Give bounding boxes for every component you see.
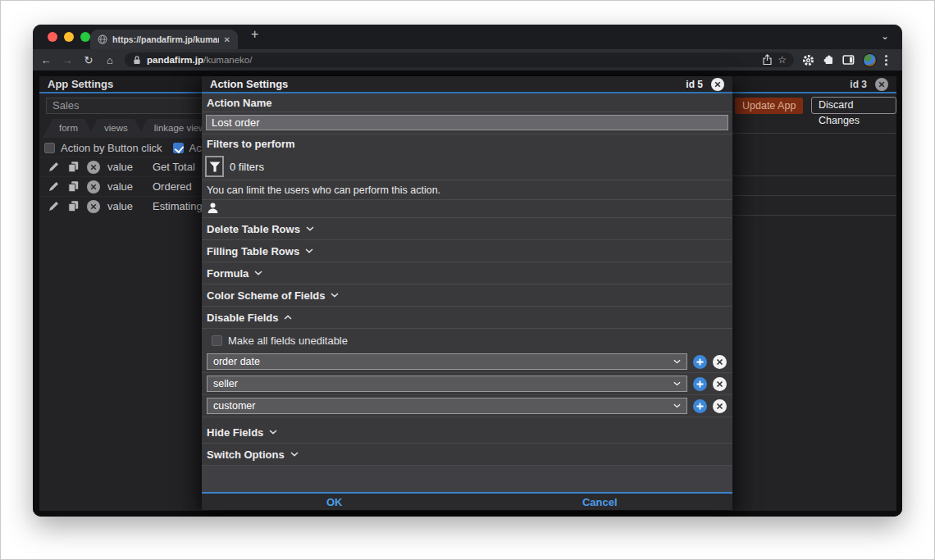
action-settings-close-icon[interactable]	[711, 78, 724, 91]
section-label: Switch Options	[207, 448, 285, 461]
row-name: Estimating	[153, 200, 203, 212]
cancel-button[interactable]: Cancel	[468, 494, 733, 510]
section-hide-fields[interactable]: Hide Fields	[202, 421, 732, 444]
field-select[interactable]: seller	[207, 376, 687, 392]
section-disable-fields[interactable]: Disable Fields	[202, 307, 732, 329]
browser-menu-icon[interactable]	[885, 55, 887, 66]
globe-favicon-icon	[98, 34, 107, 44]
section-delete-table-rows[interactable]: Delete Table Rows	[202, 218, 732, 240]
delete-x-icon[interactable]	[87, 180, 100, 193]
make-uneditable-row: Make all fields uneditable	[202, 329, 732, 351]
permission-note: You can limit the users who can perform …	[202, 180, 732, 200]
action-name-label: Action Name	[202, 93, 732, 112]
update-app-button[interactable]: Update App	[735, 98, 803, 114]
add-field-button[interactable]	[693, 355, 707, 369]
section-label: Hide Fields	[207, 426, 263, 439]
add-field-button[interactable]	[693, 399, 707, 413]
action-b-checkbox[interactable]	[173, 143, 184, 153]
chevron-down-icon	[269, 430, 277, 435]
remove-field-button[interactable]	[713, 377, 727, 391]
funnel-icon	[209, 162, 221, 172]
modal-filler	[202, 466, 732, 492]
chevron-down-icon	[254, 271, 262, 275]
browser-window: https://pandafirm.jp/kumaneko ✕ + ⌄ ← → …	[33, 25, 902, 517]
edit-pencil-icon[interactable]	[48, 180, 60, 193]
delete-x-icon[interactable]	[87, 161, 100, 174]
ok-button[interactable]: OK	[202, 494, 468, 510]
settings-gear-icon[interactable]	[802, 54, 814, 66]
maximize-window-button[interactable]	[80, 32, 90, 42]
browser-tab[interactable]: https://pandafirm.jp/kumaneko ✕	[90, 30, 238, 49]
action-settings-title: Action Settings	[210, 78, 677, 90]
app-settings-close-icon[interactable]	[875, 78, 888, 91]
edit-pencil-icon[interactable]	[48, 161, 60, 173]
add-field-button[interactable]	[693, 377, 707, 391]
action-settings-header: Action Settings id 5	[202, 76, 732, 93]
row-value-label: value	[107, 161, 145, 173]
tab-form[interactable]: form	[43, 119, 94, 138]
section-label: Formula	[207, 267, 249, 280]
section-filling-table-rows[interactable]: Filling Table Rows	[202, 240, 732, 262]
field-select[interactable]: customer	[207, 398, 687, 414]
chevron-down-icon	[673, 381, 681, 386]
forward-button[interactable]: →	[61, 54, 74, 66]
section-formula[interactable]: Formula	[202, 262, 732, 285]
reload-button[interactable]: ↻	[82, 54, 95, 66]
chevron-down-icon	[673, 403, 681, 408]
copy-icon[interactable]	[67, 180, 80, 193]
discard-changes-button[interactable]: Discard Changes	[811, 97, 896, 114]
action-settings-body: Action Name Lost order Filters to perfor…	[202, 93, 732, 492]
tab-title: https://pandafirm.jp/kumaneko	[112, 34, 219, 44]
edit-pencil-icon[interactable]	[48, 200, 60, 212]
back-button[interactable]: ←	[39, 54, 52, 66]
tab-list-chevron-icon[interactable]: ⌄	[881, 30, 889, 42]
tab-close-icon[interactable]: ✕	[224, 35, 230, 44]
window-controls	[48, 32, 90, 42]
home-button[interactable]: ⌂	[103, 54, 116, 66]
section-color-scheme[interactable]: Color Scheme of Fields	[202, 285, 732, 307]
delete-x-icon[interactable]	[87, 200, 100, 213]
action-settings-id-badge: id 5	[686, 79, 703, 90]
bookmark-star-icon[interactable]: ☆	[778, 54, 787, 66]
new-tab-button[interactable]: +	[251, 27, 258, 42]
share-icon[interactable]	[762, 54, 773, 66]
side-panel-icon[interactable]	[842, 54, 855, 66]
field-select-value: customer	[213, 400, 673, 412]
filter-button[interactable]	[205, 156, 224, 177]
chevron-up-icon	[284, 315, 292, 320]
remove-field-button[interactable]	[713, 399, 727, 413]
person-icon[interactable]	[208, 203, 727, 214]
chevron-down-icon	[673, 359, 681, 364]
url-path: /kumaneko/	[203, 55, 252, 65]
chevron-down-icon	[305, 248, 313, 253]
section-switch-options[interactable]: Switch Options	[202, 444, 732, 466]
action-by-button-click-checkbox[interactable]	[44, 143, 55, 153]
filters-label: Filters to perform	[202, 134, 732, 153]
row-separator	[732, 195, 896, 196]
row-separator	[732, 133, 896, 134]
action-name-input[interactable]: Lost order	[206, 115, 728, 130]
chevron-down-icon	[290, 452, 299, 457]
close-window-button[interactable]	[48, 32, 57, 42]
tab-views[interactable]: views	[88, 119, 144, 138]
browser-toolbar: ← → ↻ ⌂ pandafirm.jp/kumaneko/ ☆	[33, 49, 902, 71]
minimize-window-button[interactable]	[64, 32, 74, 42]
section-label: Color Scheme of Fields	[207, 289, 325, 302]
action-by-button-click-label: Action by Button click	[61, 142, 162, 154]
row-name: Ordered	[153, 180, 192, 193]
field-select[interactable]: order date	[207, 353, 687, 370]
copy-icon[interactable]	[67, 200, 80, 212]
url-text: pandafirm.jp/kumaneko/	[147, 55, 252, 65]
make-uneditable-checkbox[interactable]	[212, 335, 222, 346]
row-value-label: value	[107, 200, 145, 212]
profile-avatar[interactable]	[863, 53, 877, 67]
extensions-puzzle-icon[interactable]	[823, 54, 834, 66]
address-bar[interactable]: pandafirm.jp/kumaneko/ ☆	[125, 52, 794, 67]
remove-field-button[interactable]	[713, 355, 727, 369]
row-value-label: value	[107, 180, 145, 193]
copy-icon[interactable]	[67, 161, 80, 173]
action-name-row: Lost order	[202, 112, 732, 134]
field-select-value: seller	[213, 378, 673, 389]
modal-footer: OK Cancel	[202, 492, 732, 510]
field-select-value: order date	[213, 356, 673, 367]
